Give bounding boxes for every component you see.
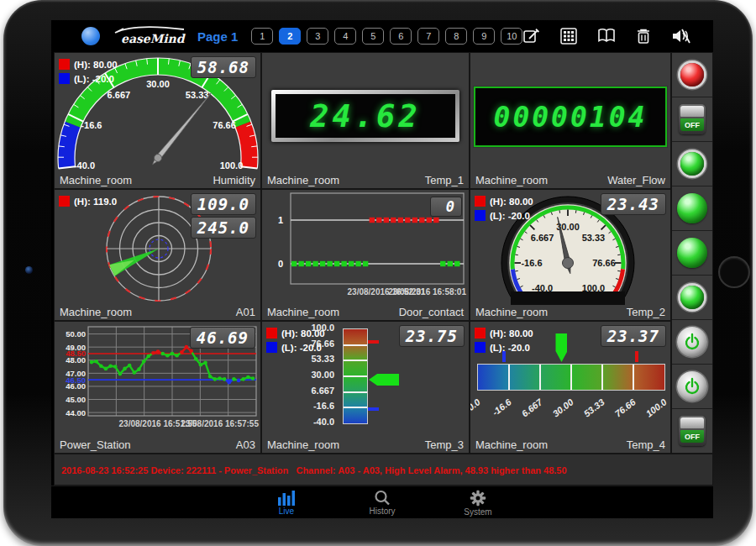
svg-text:46.00: 46.00 bbox=[66, 381, 86, 391]
rail-cell bbox=[672, 186, 712, 231]
value-display: 23.37 bbox=[601, 325, 666, 347]
gear-icon bbox=[470, 490, 486, 507]
rail-cell bbox=[672, 276, 712, 320]
nav-tab-system[interactable]: System bbox=[452, 486, 504, 518]
rail-cell bbox=[672, 231, 712, 276]
svg-text:1: 1 bbox=[278, 215, 283, 225]
page-selector: 12345678910 bbox=[251, 28, 522, 45]
low-limit-label: (L): -20.0 bbox=[74, 74, 114, 84]
svg-text:0: 0 bbox=[278, 259, 283, 269]
book-icon[interactable] bbox=[597, 28, 616, 45]
edit-icon[interactable] bbox=[522, 28, 540, 45]
svg-text:48.00: 48.00 bbox=[66, 355, 86, 365]
widget-temp4-level-bar[interactable]: (H): 80.00 (L): -20.0 23.37 Machine_room… bbox=[470, 321, 671, 454]
trash-icon[interactable] bbox=[636, 28, 651, 45]
widget-a01-radar[interactable]: (H): 119.0 109.0 245.0 Machine_room A01 bbox=[54, 189, 261, 321]
off-switch[interactable]: OFF bbox=[679, 104, 706, 134]
x-axis-end-label: 23/08/2016 16:57:55 bbox=[181, 419, 259, 428]
device-label: Machine_room bbox=[475, 438, 548, 453]
widget-temp1-display[interactable]: 24.62 Machine_room Temp_1 bbox=[261, 52, 470, 189]
tablet-frame: easeMind Page 1 12345678910 bbox=[3, 0, 753, 546]
scale-label: -40.0 bbox=[282, 417, 334, 427]
bar-divider bbox=[539, 365, 541, 390]
power-icon bbox=[682, 332, 702, 352]
red-led-indicator bbox=[680, 63, 704, 87]
device-label: Machine_room bbox=[60, 306, 132, 320]
channel-label: Water_Flow bbox=[607, 174, 665, 188]
svg-text:-16.6: -16.6 bbox=[81, 120, 102, 130]
value-display: 00000104 bbox=[474, 87, 667, 147]
widget-temp3-level-bar[interactable]: (H): 80.00 (L): -20.0 23.75 Machine_room… bbox=[261, 321, 470, 454]
low-limit-label: (L): -20.0 bbox=[490, 343, 530, 353]
page-button-4[interactable]: 4 bbox=[334, 28, 356, 45]
page-button-2[interactable]: 2 bbox=[279, 28, 301, 45]
scale-label: 30.00 bbox=[282, 370, 334, 380]
svg-text:100.0: 100.0 bbox=[220, 160, 244, 171]
nav-tab-history[interactable]: History bbox=[356, 486, 408, 518]
green-led-indicator bbox=[680, 152, 704, 176]
refresh-icon[interactable] bbox=[711, 28, 713, 45]
grid-icon[interactable] bbox=[560, 28, 577, 45]
nav-label: Live bbox=[279, 507, 294, 516]
widget-humidity-gauge[interactable]: (H): 80.00 (L): -20.0 58.68 -40.0-16.66.… bbox=[54, 52, 261, 189]
channel-label: Temp_2 bbox=[627, 306, 665, 320]
widget-door-contact-chart[interactable]: 0 10 23/08/2016 16:52:31 23/08/2016 16:5… bbox=[261, 189, 470, 321]
low-limit-tick bbox=[368, 407, 379, 411]
page-button-10[interactable]: 10 bbox=[501, 28, 522, 45]
page-button-7[interactable]: 7 bbox=[417, 28, 439, 45]
off-switch[interactable]: OFF bbox=[679, 416, 706, 446]
value-pointer bbox=[555, 333, 567, 362]
bottom-nav: Live History bbox=[51, 486, 713, 518]
channel-label: Temp_1 bbox=[425, 174, 464, 188]
mute-icon[interactable] bbox=[671, 28, 691, 45]
limit-legend: (H): 80.00 (L): -20.0 bbox=[59, 57, 118, 86]
connection-status-dot bbox=[81, 27, 100, 45]
device-label: Machine_room bbox=[267, 306, 339, 320]
high-limit-label: (H): 80.00 bbox=[490, 197, 533, 207]
page-title: Page 1 bbox=[197, 29, 238, 44]
high-limit-tick bbox=[635, 351, 638, 362]
page-button-9[interactable]: 9 bbox=[473, 28, 495, 45]
value-display: 58.68 bbox=[191, 56, 256, 78]
value-display-1: 109.0 bbox=[191, 193, 256, 215]
device-label: Machine_room bbox=[475, 174, 548, 188]
home-button[interactable] bbox=[718, 256, 750, 288]
nav-tab-live[interactable]: Live bbox=[260, 486, 312, 518]
widget-a03-trend-chart[interactable]: 46.69 50.0049.0048.5048.0047.0046.5046.0… bbox=[54, 321, 261, 454]
page-button-5[interactable]: 5 bbox=[362, 28, 384, 45]
page-button-6[interactable]: 6 bbox=[390, 28, 412, 45]
power-button[interactable] bbox=[677, 371, 707, 402]
svg-text:76.66: 76.66 bbox=[592, 258, 616, 268]
bar-divider bbox=[344, 375, 367, 377]
switch-rocker bbox=[680, 417, 704, 428]
scale-label: 6.667 bbox=[282, 386, 334, 396]
bar-chart-icon bbox=[277, 491, 296, 506]
switch-state-label: OFF bbox=[680, 118, 704, 131]
svg-text:6.667: 6.667 bbox=[531, 233, 554, 243]
channel-label: A01 bbox=[236, 306, 255, 320]
switch-state-label: OFF bbox=[680, 430, 704, 443]
app-screen: easeMind Page 1 12345678910 bbox=[51, 20, 713, 518]
bar-divider bbox=[570, 365, 572, 390]
widget-temp2-gauge[interactable]: (H): 80.00 (L): -20.0 23.43 -40.0-16.66.… bbox=[470, 189, 671, 321]
bar-divider bbox=[508, 365, 510, 390]
high-limit-swatch bbox=[266, 328, 277, 339]
rail-cell bbox=[672, 320, 712, 365]
page-button-1[interactable]: 1 bbox=[251, 28, 273, 45]
page-button-8[interactable]: 8 bbox=[445, 28, 467, 45]
x-axis-end-label: 23/08/2016 16:58:01 bbox=[388, 287, 466, 297]
limit-legend: (H): 80.00 (L): -20.0 bbox=[266, 326, 325, 354]
svg-text:45.00: 45.00 bbox=[66, 395, 86, 404]
limit-legend: (H): 80.00 (L): -20.0 bbox=[475, 326, 533, 354]
channel-label: Temp_3 bbox=[425, 438, 464, 453]
power-button[interactable] bbox=[677, 327, 707, 357]
toolbar-actions bbox=[522, 28, 713, 45]
alarm-message: 2016-08-23 16:52:25 Device: 222111 - Pow… bbox=[61, 465, 567, 475]
page-button-3[interactable]: 3 bbox=[307, 28, 328, 45]
high-limit-swatch bbox=[475, 196, 486, 207]
widget-waterflow-counter[interactable]: 00000104 Machine_room Water_Flow bbox=[470, 52, 671, 189]
switch-rocker bbox=[680, 106, 704, 117]
svg-text:50.00: 50.00 bbox=[66, 329, 86, 339]
rail-cell bbox=[672, 365, 712, 409]
indicator-rail: OFFOFF bbox=[671, 52, 713, 454]
